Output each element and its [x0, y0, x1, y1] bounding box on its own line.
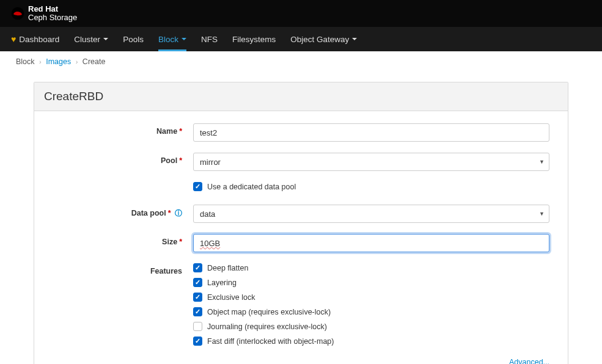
nav-object-gateway[interactable]: Object Gateway — [290, 27, 357, 51]
breadcrumb-item: Block — [16, 57, 35, 66]
breadcrumb-link-images[interactable]: Images — [46, 57, 71, 66]
feature-label: Journaling (requires exclusive-lock) — [207, 322, 327, 331]
advanced-link[interactable]: Advanced... — [509, 358, 549, 364]
help-icon[interactable]: ⓘ — [175, 209, 182, 217]
label-datapool: Data pool* ⓘ — [53, 205, 193, 219]
row-datapool: Data pool* ⓘ — [53, 205, 549, 223]
nav-label: Block — [158, 35, 178, 44]
row-name: Name* — [53, 123, 549, 142]
dedicated-label: Use a dedicated data pool — [207, 183, 296, 191]
nav-nfs[interactable]: NFS — [201, 27, 218, 51]
name-input[interactable] — [193, 123, 549, 142]
feature-layering-checkbox[interactable] — [193, 278, 202, 287]
pool-select[interactable] — [193, 153, 549, 171]
datapool-select[interactable] — [193, 205, 549, 223]
breadcrumb: Block › Images › Create — [0, 51, 602, 72]
feature-fast-diff-checkbox[interactable] — [193, 337, 202, 346]
feature-object-map-checkbox[interactable] — [193, 307, 202, 316]
row-dedicated: Use a dedicated data pool — [53, 182, 549, 196]
feature-label: Exclusive lock — [207, 293, 255, 302]
brand-text: Red Hat Ceph Storage — [28, 5, 77, 23]
feature-deep-flatten-checkbox[interactable] — [193, 263, 202, 272]
label-size: Size* — [53, 234, 193, 246]
feature-label: Layering — [207, 278, 237, 287]
nav-dashboard[interactable]: ♥ Dashboard — [11, 27, 59, 51]
row-pool: Pool* — [53, 153, 549, 171]
nav-label: Cluster — [74, 35, 100, 44]
nav-bar: ♥ Dashboard Cluster Pools Block NFS File… — [0, 27, 602, 51]
form-card: CreateRBD Name* Pool* — [34, 82, 568, 364]
nav-label: Object Gateway — [290, 35, 349, 44]
breadcrumb-item: Create — [83, 57, 106, 66]
row-size: Size* 10GB — [53, 234, 549, 252]
advanced-row: Advanced... — [53, 357, 549, 364]
feature-label: Deep flatten — [207, 264, 248, 272]
feature-label: Fast diff (interlocked with object-map) — [207, 337, 334, 346]
card-title: CreateRBD — [34, 82, 568, 111]
redhat-icon — [11, 7, 24, 20]
nav-label: Filesystems — [232, 35, 276, 44]
feature-label: Object map (requires exclusive-lock) — [207, 308, 331, 316]
nav-block[interactable]: Block — [158, 27, 186, 51]
label-features: Features — [53, 263, 193, 275]
nav-pools[interactable]: Pools — [123, 27, 144, 51]
chevron-down-icon — [182, 38, 186, 40]
chevron-down-icon — [103, 38, 108, 40]
size-value: 10GB — [200, 239, 220, 248]
brand-bar: Red Hat Ceph Storage — [0, 0, 602, 27]
health-icon: ♥ — [11, 34, 16, 44]
nav-cluster[interactable]: Cluster — [74, 27, 108, 51]
nav-label: Dashboard — [19, 35, 59, 44]
label-name: Name* — [53, 123, 193, 136]
chevron-right-icon: › — [39, 58, 42, 65]
nav-label: Pools — [123, 35, 144, 44]
feature-exclusive-lock-checkbox[interactable] — [193, 293, 202, 302]
row-features: Features Deep flatten Layering Exclusive… — [53, 263, 549, 351]
chevron-down-icon — [352, 38, 357, 40]
size-input[interactable]: 10GB — [193, 234, 549, 252]
nav-label: NFS — [201, 35, 218, 44]
label-pool: Pool* — [53, 153, 193, 165]
feature-journaling-checkbox[interactable] — [193, 322, 202, 331]
dedicated-checkbox[interactable] — [193, 182, 202, 191]
card-body: Name* Pool* Use a dedicated d — [34, 111, 568, 364]
chevron-right-icon: › — [76, 58, 78, 65]
nav-filesystems[interactable]: Filesystems — [232, 27, 276, 51]
brand-logo: Red Hat Ceph Storage — [11, 5, 77, 23]
